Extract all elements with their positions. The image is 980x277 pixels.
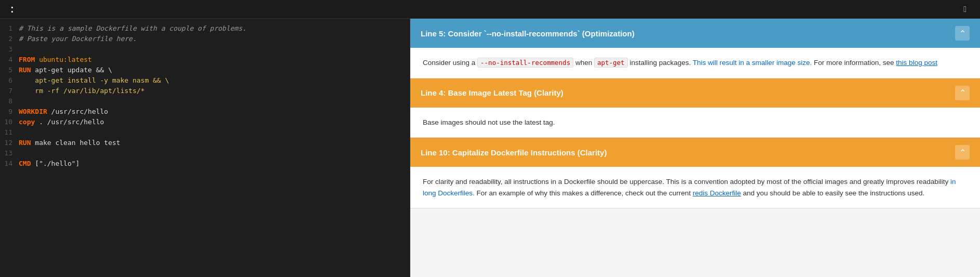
- contribute-link[interactable]: : [963, 5, 970, 14]
- issue-title: Line 10: Capitalize Dockerfile Instructi…: [421, 148, 607, 157]
- issue-title: Line 5: Consider `--no-install-recommend…: [421, 29, 635, 38]
- line-number: 3: [0, 45, 19, 53]
- line-number: 12: [0, 139, 19, 147]
- collapse-button[interactable]: ⌃: [955, 86, 970, 100]
- line-content: # This is a sample Dockerfile with a cou…: [19, 24, 246, 32]
- analysis-panel: Line 5: Consider `--no-install-recommend…: [410, 19, 980, 277]
- code-editor[interactable]: 1# This is a sample Dockerfile with a co…: [0, 19, 410, 277]
- line-content: copy . /usr/src/hello: [19, 118, 104, 126]
- line-number: 6: [0, 76, 19, 84]
- code-line: 10copy . /usr/src/hello: [0, 117, 410, 128]
- nav-links: : [938, 5, 970, 14]
- navbar: : : [0, 0, 980, 19]
- line-content: # Paste your Dockerfile here.: [19, 35, 137, 43]
- line-content: RUN apt-get update && \: [19, 66, 112, 74]
- line-number: 8: [0, 97, 19, 105]
- issue-card: Line 4: Base Image Latest Tag (Clarity)⌃…: [410, 78, 980, 138]
- brand-logo: :: [10, 3, 14, 15]
- code-line: 12RUN make clean hello test: [0, 138, 410, 149]
- issue-card: Line 10: Capitalize Dockerfile Instructi…: [410, 138, 980, 208]
- line-number: 14: [0, 160, 19, 167]
- code-line: 14CMD ["./hello"]: [0, 159, 410, 169]
- code-line: 4FROM ubuntu:latest: [0, 55, 410, 65]
- code-line: 13: [0, 149, 410, 159]
- code-line: 1# This is a sample Dockerfile with a co…: [0, 24, 410, 34]
- line-content: rm -rf /var/lib/apt/lists/*: [19, 87, 145, 95]
- line-content: apt-get install -y make nasm && \: [19, 76, 169, 84]
- main-content: 1# This is a sample Dockerfile with a co…: [0, 19, 980, 277]
- code-line: 9WORKDIR /usr/src/hello: [0, 107, 410, 117]
- issue-link[interactable]: redis Dockerfile: [693, 189, 741, 197]
- issue-card: Line 5: Consider `--no-install-recommend…: [410, 19, 980, 78]
- issue-link[interactable]: this blog post: [896, 59, 937, 67]
- line-number: 1: [0, 24, 19, 32]
- issue-header[interactable]: Line 4: Base Image Latest Tag (Clarity)⌃: [410, 78, 980, 108]
- issue-header[interactable]: Line 5: Consider `--no-install-recommend…: [410, 19, 980, 48]
- issue-body: Consider using a --no-install-recommends…: [410, 48, 980, 78]
- collapse-button[interactable]: ⌃: [955, 26, 970, 41]
- issue-body: Base images should not use the latest ta…: [410, 108, 980, 138]
- code-line: 6 apt-get install -y make nasm && \: [0, 76, 410, 86]
- issue-header[interactable]: Line 10: Capitalize Dockerfile Instructi…: [410, 138, 980, 167]
- issue-title: Line 4: Base Image Latest Tag (Clarity): [421, 88, 563, 97]
- line-number: 7: [0, 87, 19, 95]
- code-line: 2# Paste your Dockerfile here.: [0, 34, 410, 45]
- line-number: 2: [0, 35, 19, 43]
- line-content: CMD ["./hello"]: [19, 160, 79, 167]
- line-content: WORKDIR /usr/src/hello: [19, 108, 108, 115]
- github-icon: : [963, 5, 966, 14]
- collapse-button[interactable]: ⌃: [955, 145, 970, 160]
- code-line: 3: [0, 45, 410, 55]
- code-line: 8: [0, 97, 410, 107]
- code-line: 7 rm -rf /var/lib/apt/lists/*: [0, 86, 410, 97]
- issue-body: For clarity and readability, all instruc…: [410, 167, 980, 208]
- code-line: 5RUN apt-get update && \: [0, 65, 410, 76]
- line-number: 9: [0, 108, 19, 115]
- line-number: 11: [0, 128, 19, 136]
- line-content: RUN make clean hello test: [19, 139, 120, 147]
- line-number: 10: [0, 118, 19, 126]
- line-number: 5: [0, 66, 19, 74]
- line-content: FROM ubuntu:latest: [19, 56, 92, 63]
- code-line: 11: [0, 128, 410, 138]
- line-number: 13: [0, 149, 19, 157]
- line-number: 4: [0, 56, 19, 63]
